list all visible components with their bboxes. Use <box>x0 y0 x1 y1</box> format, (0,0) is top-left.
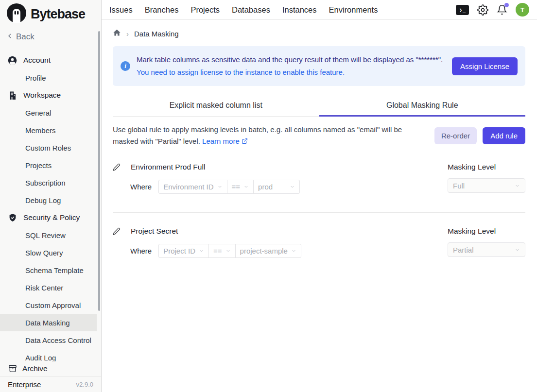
brand-name: Bytebase <box>31 7 85 22</box>
sidebar-item-projects[interactable]: Projects <box>0 156 97 174</box>
rules-description: Use global rule to apply masking levels … <box>113 124 428 147</box>
sidebar-item-debug-log[interactable]: Debug Log <box>0 191 97 209</box>
rules-description-text: Use global rule to apply masking levels … <box>113 125 402 145</box>
archive-icon <box>8 364 17 374</box>
top-bar: Issues Branches Projects Databases Insta… <box>102 0 537 20</box>
rule-divider <box>113 212 525 213</box>
home-icon[interactable] <box>113 29 121 39</box>
nav-projects[interactable]: Projects <box>191 5 220 15</box>
rule-condition-area: Environment Prod Full Where Environment … <box>113 163 448 194</box>
main-area: Issues Branches Projects Databases Insta… <box>102 0 537 392</box>
masking-rule-row: Environment Prod Full Where Environment … <box>113 163 525 194</box>
sidebar-item-data-masking[interactable]: Data Masking <box>0 314 97 331</box>
version-label: v2.9.0 <box>76 381 93 388</box>
top-nav: Issues Branches Projects Databases Insta… <box>109 5 378 15</box>
bytebase-logo-icon <box>7 3 26 25</box>
section-label: Account <box>23 56 51 65</box>
nav-databases[interactable]: Databases <box>232 5 270 15</box>
back-button[interactable]: Back <box>0 28 101 46</box>
notifications-bell-icon[interactable] <box>497 4 507 15</box>
learn-more-link[interactable]: Learn more <box>202 137 248 145</box>
rule-condition-area: Project Secret Where Project ID == <box>113 227 448 258</box>
masking-tabs: Explicit masked column list Global Maski… <box>113 96 525 117</box>
archive-label: Archive <box>22 364 48 373</box>
value-select[interactable]: prod <box>253 180 300 194</box>
sidebar-item-members[interactable]: Members <box>0 121 97 139</box>
sidebar-item-archive[interactable]: Archive <box>0 361 101 376</box>
page-content: › Data Masking i Mark table columns as s… <box>102 20 537 392</box>
chevron-down-icon <box>290 184 295 189</box>
banner-text: Mark table columns as sensitive data and… <box>137 53 446 79</box>
chevron-down-icon <box>291 248 296 254</box>
assign-license-button[interactable]: Assign License <box>452 57 518 75</box>
masking-level-area: Masking Level Partial <box>448 227 525 257</box>
sidebar-item-sql-review[interactable]: SQL Review <box>0 226 97 244</box>
condition-expression: Environment ID == prod <box>158 180 300 194</box>
factor-select[interactable]: Environment ID <box>158 180 227 194</box>
sidebar-section-workspace[interactable]: Workspace <box>0 86 101 104</box>
rules-actions: Re-order Add rule <box>434 127 525 144</box>
masking-level-select[interactable]: Partial <box>448 242 525 257</box>
sidebar-section-account[interactable]: Account <box>0 51 101 69</box>
edit-pencil-icon[interactable] <box>113 163 121 171</box>
notification-dot <box>504 3 509 7</box>
sidebar-item-risk-center[interactable]: Risk Center <box>0 279 97 296</box>
breadcrumb-current: Data Masking <box>134 30 179 38</box>
sidebar-item-slow-query[interactable]: Slow Query <box>0 244 97 261</box>
nav-branches[interactable]: Branches <box>145 5 179 15</box>
chevron-down-icon <box>199 248 204 254</box>
where-label: Where <box>130 247 152 255</box>
license-info-banner: i Mark table columns as sensitive data a… <box>113 46 525 86</box>
sidebar-item-general[interactable]: General <box>0 104 97 121</box>
sidebar-scrollbar[interactable] <box>98 31 100 311</box>
chevron-down-icon <box>217 184 223 189</box>
chevron-down-icon <box>515 183 520 188</box>
operator-select[interactable]: == <box>227 180 254 194</box>
sidebar-item-schema-template[interactable]: Schema Template <box>0 261 97 279</box>
sidebar-item-audit-log[interactable]: Audit Log <box>0 349 97 361</box>
value-select[interactable]: project-sample <box>235 244 301 258</box>
reorder-button[interactable]: Re-order <box>434 127 477 144</box>
sidebar-section-security-policy[interactable]: Security & Policy <box>0 209 101 226</box>
operator-select[interactable]: == <box>208 244 236 258</box>
masking-level-area: Masking Level Full <box>448 163 525 193</box>
bytebase-logo[interactable]: Bytebase <box>0 0 101 28</box>
building-icon <box>8 91 17 100</box>
sidebar-item-data-access-control[interactable]: Data Access Control <box>0 331 97 349</box>
banner-license-hint-link[interactable]: You need to assign license to the instan… <box>137 66 446 79</box>
chevron-down-icon <box>225 248 231 254</box>
breadcrumb-separator: › <box>126 30 129 38</box>
chevron-down-icon <box>515 247 520 253</box>
condition-expression: Project ID == project-sample <box>158 244 301 258</box>
tab-global-masking-rule[interactable]: Global Masking Rule <box>319 96 526 117</box>
user-avatar[interactable]: T <box>516 3 529 17</box>
factor-select[interactable]: Project ID <box>158 244 209 258</box>
sidebar-item-custom-roles[interactable]: Custom Roles <box>0 139 97 156</box>
top-actions: ❯_ T <box>456 3 529 17</box>
sidebar-footer: Enterprise v2.9.0 <box>0 376 101 392</box>
section-label: Security & Policy <box>23 213 80 222</box>
masking-level-select[interactable]: Full <box>448 178 525 193</box>
sidebar-item-custom-approval[interactable]: Custom Approval <box>0 296 97 314</box>
sidebar-item-profile[interactable]: Profile <box>0 69 97 86</box>
sidebar-item-subscription[interactable]: Subscription <box>0 174 97 191</box>
nav-instances[interactable]: Instances <box>282 5 317 15</box>
sidebar-nav: Account Profile Workspace G <box>0 46 101 361</box>
add-rule-button[interactable]: Add rule <box>483 127 525 144</box>
sql-editor-terminal-icon[interactable]: ❯_ <box>456 5 469 15</box>
tab-explicit-masked-column-list[interactable]: Explicit masked column list <box>113 96 319 117</box>
plan-label: Enterprise <box>8 380 41 389</box>
chevron-down-icon <box>243 184 249 189</box>
sidebar: Bytebase Back <box>0 0 102 392</box>
masking-rules-list: Environment Prod Full Where Environment … <box>113 163 525 258</box>
nav-issues[interactable]: Issues <box>109 5 133 15</box>
settings-gear-icon[interactable] <box>477 4 488 16</box>
masking-rule-row: Project Secret Where Project ID == <box>113 227 525 258</box>
masking-level-label: Masking Level <box>448 227 525 236</box>
edit-pencil-icon[interactable] <box>113 227 121 235</box>
rule-title: Environment Prod Full <box>131 163 205 171</box>
where-label: Where <box>130 183 152 191</box>
app-root: Bytebase Back <box>0 0 537 392</box>
chevron-left-icon <box>6 32 14 42</box>
nav-environments[interactable]: Environments <box>329 5 378 15</box>
